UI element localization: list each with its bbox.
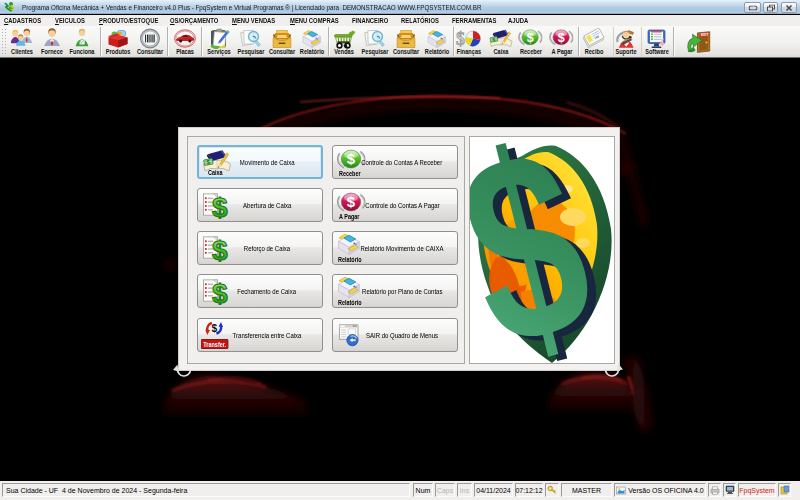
svg-text:$: $ [10,4,14,12]
